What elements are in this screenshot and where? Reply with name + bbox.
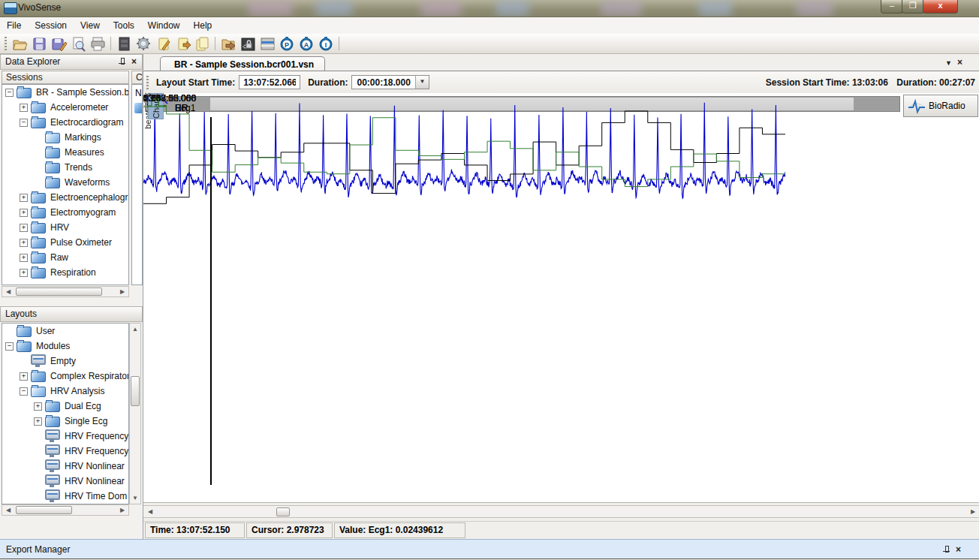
close-panel-icon[interactable]: × (131, 58, 137, 66)
tree-item-hrv-analysis[interactable]: −HRV Analysis (2, 384, 128, 399)
scroll-left-arrow[interactable]: ◀ (3, 505, 14, 515)
tree-item-user[interactable]: User (2, 324, 128, 339)
tree-item-single-ecg[interactable]: +Single Ecg (2, 414, 128, 429)
import-layout-button[interactable] (219, 35, 237, 52)
layouts-v-scrollbar[interactable]: ▲ ▼ (129, 323, 141, 504)
tree-item-trends[interactable]: Trends (2, 160, 128, 175)
scroll-right-arrow[interactable]: ▶ (968, 507, 978, 516)
pin-icon[interactable] (942, 546, 950, 554)
scroll-right-arrow[interactable]: ▶ (117, 505, 128, 515)
minimize-button[interactable]: – (881, 0, 903, 14)
scroll-up-arrow[interactable]: ▲ (130, 324, 140, 334)
expand-icon[interactable]: + (20, 254, 28, 262)
layout-manager-button[interactable] (258, 35, 276, 52)
edit-note-button[interactable] (154, 35, 172, 52)
expand-icon[interactable]: + (20, 104, 28, 112)
tree-item-raw[interactable]: +Raw (2, 250, 128, 265)
open-button[interactable] (11, 35, 29, 52)
tree-item-accelerometer[interactable]: +Accelerometer (2, 100, 128, 115)
stopwatch-p-button[interactable]: P (278, 35, 296, 52)
scroll-down-arrow[interactable]: ▼ (130, 493, 140, 503)
duration-combo[interactable]: 00:00:18.000 ▼ (351, 75, 429, 89)
restore-button[interactable]: ❐ (902, 0, 924, 14)
stopwatch-i-button[interactable]: I (317, 35, 335, 52)
sessions-h-scrollbar[interactable]: ◀ ▶ (2, 286, 129, 297)
scroll-thumb[interactable] (16, 288, 102, 296)
print-button[interactable] (89, 35, 107, 52)
tree-item-hrv-frequency[interactable]: HRV Frequency (2, 429, 128, 444)
chart-h-scrollbar[interactable]: ◀ ▶ (143, 505, 979, 518)
tree-item-hrv-nonlinear[interactable]: HRV Nonlinear (2, 474, 128, 489)
tree-item-markings[interactable]: Markings (2, 130, 128, 145)
save-button[interactable] (30, 35, 48, 52)
tab-session[interactable]: BR - Sample Session.bcr001.vsn (160, 56, 325, 71)
expand-icon[interactable]: + (34, 417, 42, 426)
menu-view[interactable]: View (74, 17, 107, 34)
expand-icon[interactable]: + (20, 269, 28, 277)
scroll-thumb[interactable] (276, 507, 290, 516)
tree-item-electroencephalogram[interactable]: +Electroencephalogram (2, 190, 128, 205)
collapse-icon[interactable]: − (5, 89, 14, 97)
scroll-left-arrow[interactable]: ◀ (145, 507, 155, 516)
expand-icon[interactable]: + (20, 224, 28, 232)
tree-item-hrv-nonlinear[interactable]: HRV Nonlinear (2, 459, 128, 474)
expand-icon[interactable]: + (20, 209, 28, 217)
tree-item-hrv-time-dom[interactable]: HRV Time Dom (2, 489, 128, 504)
collapse-icon[interactable]: − (5, 342, 14, 351)
stopwatch-a-button[interactable]: A (297, 35, 315, 52)
menu-file[interactable]: File (0, 17, 28, 34)
collapse-icon[interactable]: − (20, 119, 28, 127)
tree-item-label: HRV Nonlinear (65, 461, 125, 471)
layouts-h-scrollbar[interactable]: ◀ ▶ (2, 504, 129, 516)
expand-icon[interactable]: + (20, 372, 28, 381)
tree-item-measures[interactable]: Measures (2, 145, 128, 160)
side-pane-item[interactable]: N (132, 85, 142, 98)
scroll-thumb[interactable] (131, 376, 140, 406)
expand-icon[interactable]: + (34, 402, 42, 411)
export-manager-title[interactable]: Export Manager (6, 544, 70, 555)
chevron-down-icon[interactable]: ▼ (415, 76, 429, 89)
aero-blur-blob (248, 0, 293, 17)
menu-window[interactable]: Window (141, 17, 187, 34)
close-panel-icon[interactable]: × (956, 546, 961, 554)
tree-item-modules[interactable]: −Modules (2, 339, 128, 354)
copy-icon (194, 35, 211, 53)
tree-item-respiration[interactable]: +Respiration (2, 265, 128, 280)
archive-button[interactable] (115, 35, 133, 52)
scroll-thumb[interactable] (16, 506, 72, 514)
capture-lock-button[interactable] (239, 35, 257, 52)
scroll-right-arrow[interactable]: ▶ (117, 287, 128, 297)
tree-item-complex-respiratory[interactable]: +Complex Respiratory (2, 369, 128, 384)
pin-icon[interactable] (118, 58, 126, 66)
save-as-button[interactable] (50, 35, 68, 52)
tab-list-dropdown-icon[interactable]: ▼ (945, 59, 952, 67)
expand-icon[interactable]: + (20, 194, 28, 202)
tree-item-empty[interactable]: Empty (2, 354, 128, 369)
collapse-icon[interactable]: − (20, 387, 28, 396)
menu-help[interactable]: Help (187, 17, 219, 34)
copy-button[interactable] (193, 35, 211, 52)
menu-session[interactable]: Session (28, 17, 74, 34)
time-cursor-line[interactable] (210, 117, 212, 485)
bioradio-device-button[interactable]: BioRadio (903, 95, 978, 117)
menu-tools[interactable]: Tools (107, 17, 141, 34)
tree-item-pulse-oximeter[interactable]: +Pulse Oximeter (2, 235, 128, 250)
export-note-button[interactable] (173, 35, 191, 52)
close-button[interactable]: x (923, 0, 958, 14)
export-manager-bar: Export Manager × (0, 539, 979, 559)
layout-start-input[interactable] (239, 75, 300, 89)
tree-item-electromyogram[interactable]: +Electromyogram (2, 205, 128, 220)
folder-icon (31, 193, 46, 203)
tree-item-br-sample-session-bcr001-vsn[interactable]: −BR - Sample Session.bcr001.vsn (2, 85, 128, 100)
folder-icon[interactable] (134, 103, 143, 113)
tree-item-hrv[interactable]: +HRV (2, 220, 128, 235)
tree-item-hrv-frequency[interactable]: HRV Frequency (2, 444, 128, 459)
tree-item-electrocardiogram[interactable]: −Electrocardiogram (2, 115, 128, 130)
expand-icon[interactable]: + (20, 239, 28, 247)
settings-button[interactable] (134, 35, 152, 52)
tab-close-icon[interactable]: × (957, 59, 962, 67)
print-preview-button[interactable] (69, 35, 87, 52)
tree-item-dual-ecg[interactable]: +Dual Ecg (2, 399, 128, 414)
scroll-left-arrow[interactable]: ◀ (3, 287, 14, 297)
tree-item-waveforms[interactable]: Waveforms (2, 175, 128, 190)
